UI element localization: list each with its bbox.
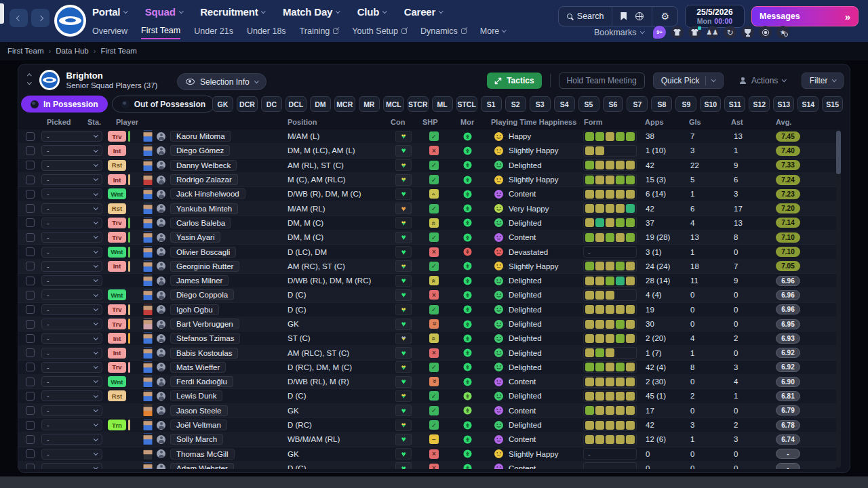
form-square[interactable] xyxy=(616,334,625,343)
row-checkbox[interactable] xyxy=(26,176,35,184)
position-filter-s5[interactable]: S5 xyxy=(578,96,599,112)
player-avatar-icon[interactable] xyxy=(157,190,165,199)
form-square[interactable] xyxy=(606,233,614,242)
table-row[interactable]: -TrnJoël VeltmanD (RC)♥✓Delighted42326.7… xyxy=(18,418,836,432)
status-badge[interactable]: Wnt xyxy=(108,247,126,258)
form-square[interactable] xyxy=(585,348,594,357)
player-avatar-icon[interactable] xyxy=(157,161,165,169)
player-avatar-icon[interactable] xyxy=(157,218,165,227)
form-square[interactable] xyxy=(616,190,625,199)
form-square[interactable] xyxy=(595,277,604,285)
club-crest-logo[interactable] xyxy=(54,5,86,37)
position-filter-stcr[interactable]: STCR xyxy=(408,96,429,112)
form-square[interactable] xyxy=(595,363,604,371)
column-header-position[interactable]: Position xyxy=(283,118,386,126)
form-square[interactable] xyxy=(595,348,604,357)
player-photo[interactable] xyxy=(143,246,153,258)
subnav-item-dynamics[interactable]: Dynamics xyxy=(420,26,467,39)
table-row[interactable]: -TrvKaoru MitomaM/AM (L)♥✓Happy387137.45 xyxy=(18,129,836,144)
picked-dropdown[interactable]: - xyxy=(41,203,102,214)
player-name[interactable]: Adam Webster xyxy=(170,463,234,469)
player-name[interactable]: Yasin Ayari xyxy=(170,232,220,243)
form-square[interactable] xyxy=(585,146,594,155)
form-square[interactable] xyxy=(595,176,604,184)
player-name[interactable]: Igoh Ogbu xyxy=(170,304,219,315)
player-name[interactable]: Stefanos Tzimas xyxy=(170,333,240,344)
form-square[interactable] xyxy=(626,334,635,343)
player-name[interactable]: Carlos Baleba xyxy=(170,218,231,228)
messages-button[interactable]: Messages » xyxy=(751,6,859,26)
form-square[interactable] xyxy=(606,334,614,343)
picked-dropdown[interactable]: - xyxy=(41,420,102,430)
player-name[interactable]: Lewis Dunk xyxy=(170,390,222,401)
nav-menu-recruitment[interactable]: Recruitment xyxy=(200,6,265,18)
row-checkbox[interactable] xyxy=(26,449,35,458)
player-avatar-icon[interactable] xyxy=(157,421,165,430)
player-avatar-icon[interactable] xyxy=(157,204,165,213)
picked-dropdown[interactable]: - xyxy=(41,145,102,156)
player-name[interactable]: Jack Hinshelwood xyxy=(170,188,245,199)
subnav-item-first-team[interactable]: First Team xyxy=(141,26,180,39)
tab-out-of-possession[interactable]: Out of Possession xyxy=(112,96,215,113)
picked-dropdown[interactable]: - xyxy=(41,463,102,469)
form-square[interactable] xyxy=(595,291,604,300)
table-row[interactable]: -WntDiego CoppolaD (C)♥×Delighted4 (4)00… xyxy=(18,288,836,302)
form-square[interactable] xyxy=(585,291,594,300)
form-square[interactable] xyxy=(606,378,614,386)
filter-button[interactable]: Filter xyxy=(802,73,844,89)
player-avatar-icon[interactable] xyxy=(157,320,165,329)
position-filter-dcl[interactable]: DCL xyxy=(285,96,307,112)
form-square[interactable] xyxy=(595,320,604,329)
player-photo[interactable] xyxy=(143,159,153,171)
table-row[interactable]: -WntFerdi KadıoğluD/WB (RL), M (R)♥«Cont… xyxy=(18,375,836,389)
table-row[interactable]: -IntBabis KostoulasAM (RLC), ST (C)♥×Del… xyxy=(18,346,836,360)
form-square[interactable] xyxy=(616,233,625,242)
picked-dropdown[interactable]: - xyxy=(41,289,102,300)
status-badge[interactable]: Trv xyxy=(108,304,126,315)
subnav-item-under-21s[interactable]: Under 21s xyxy=(194,26,233,39)
table-row[interactable]: -TrvYasin AyariDM, M (C)♥✓Content19 (28)… xyxy=(18,230,836,245)
form-square[interactable] xyxy=(585,176,594,184)
position-filter-s15[interactable]: S15 xyxy=(822,96,843,112)
row-checkbox[interactable] xyxy=(26,161,35,169)
form-square[interactable] xyxy=(626,190,635,199)
globe-icon[interactable] xyxy=(635,12,644,20)
gear-icon[interactable]: ⚙ xyxy=(660,12,669,21)
player-avatar-icon[interactable] xyxy=(157,176,165,184)
position-filter-s10[interactable]: S10 xyxy=(700,96,721,112)
position-filter-s4[interactable]: S4 xyxy=(554,96,575,112)
form-square[interactable] xyxy=(626,378,635,386)
table-row[interactable]: -IntRodrigo ZalazarM (C), AM (RLC)♥✓Slig… xyxy=(18,173,836,187)
form-square[interactable] xyxy=(585,305,594,314)
player-name[interactable]: Rodrigo Zalazar xyxy=(170,174,238,185)
form-square[interactable] xyxy=(585,190,594,199)
form-square[interactable] xyxy=(616,204,625,213)
form-square[interactable] xyxy=(606,176,614,184)
hold-team-meeting-button[interactable]: Hold Team Meeting xyxy=(559,73,645,89)
table-row[interactable]: -RstYankuba MintehM/AM (RL)♥✓Very Happy4… xyxy=(18,201,836,216)
form-square[interactable] xyxy=(626,204,635,213)
player-photo[interactable] xyxy=(143,274,153,287)
form-square[interactable] xyxy=(616,277,625,285)
position-filter-s13[interactable]: S13 xyxy=(773,96,794,112)
status-badge[interactable]: Trv xyxy=(108,218,126,228)
row-checkbox[interactable] xyxy=(26,277,35,285)
column-header-playing-time-happiness[interactable]: Playing Time Happiness xyxy=(488,118,579,126)
column-header-shp[interactable]: SHP xyxy=(420,118,454,126)
collapse-toggle[interactable] xyxy=(28,75,31,86)
player-photo[interactable] xyxy=(143,174,153,186)
column-header-avg-[interactable]: Avg. xyxy=(765,118,836,126)
player-name[interactable]: James Milner xyxy=(170,275,229,286)
table-row[interactable]: -RstDanny WelbeckAM (RL), ST (C)♥✓Deligh… xyxy=(18,159,836,173)
player-photo[interactable] xyxy=(143,448,153,460)
table-row[interactable]: -WntJack HinshelwoodD/WB (R), DM, M (C)♥… xyxy=(18,187,836,201)
form-square[interactable] xyxy=(585,277,594,285)
row-checkbox[interactable] xyxy=(26,435,35,444)
player-avatar-icon[interactable] xyxy=(157,146,165,155)
player-name[interactable]: Diego Coppola xyxy=(170,289,234,300)
form-square[interactable] xyxy=(595,218,604,227)
subnav-item-training[interactable]: Training xyxy=(300,26,339,39)
player-photo[interactable] xyxy=(143,203,153,215)
form-square[interactable] xyxy=(595,262,604,270)
player-name[interactable]: Georginio Rutter xyxy=(170,261,239,272)
